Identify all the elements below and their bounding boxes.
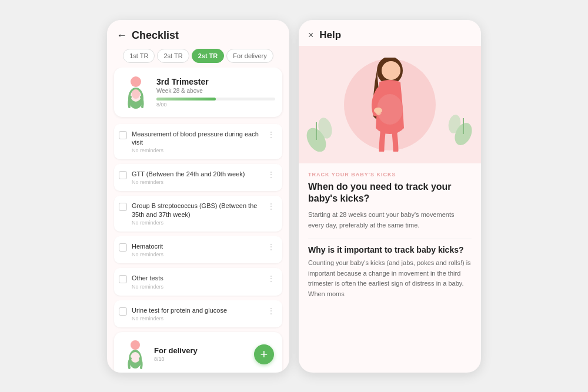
- tab-2nd-trimester[interactable]: 2st TR: [157, 49, 189, 63]
- trimester-card: 3rd Trimester Week 28 & above 8/00: [114, 68, 282, 117]
- checklist-text-2: GTT (Between the 24th and 20th week) No …: [132, 170, 261, 185]
- checklist-title-3: Group B streptococcus (GBS) (Between the…: [132, 202, 261, 219]
- add-delivery-button[interactable]: +: [254, 344, 274, 364]
- checklist-reminder-6: No reminders: [132, 316, 261, 321]
- checklist-menu-2[interactable]: ⋮: [266, 170, 276, 179]
- checklist-title-4: Hematocrit: [132, 242, 261, 250]
- svg-point-4: [131, 340, 140, 350]
- help-subheading: Why is it important to track baby kicks?: [308, 245, 472, 254]
- help-sub-body: Counting your baby's kicks (and jabs, po…: [308, 258, 472, 299]
- svg-point-0: [131, 76, 141, 87]
- help-title: Help: [319, 29, 341, 41]
- svg-point-12: [382, 61, 400, 80]
- checklist-reminder-2: No reminders: [132, 179, 261, 185]
- checklist-reminder-4: No reminders: [132, 252, 261, 257]
- checklist-reminder-3: No reminders: [132, 220, 261, 226]
- tab-1st-trimester[interactable]: 1st TR: [123, 49, 155, 63]
- close-button[interactable]: ×: [308, 30, 313, 41]
- trimester-subtitle: Week 28 & above: [156, 88, 275, 94]
- checklist-text-3: Group B streptococcus (GBS) (Between the…: [132, 202, 261, 226]
- help-header: × Help: [299, 20, 481, 46]
- checklist-text-1: Measurement of blood pressure during eac…: [132, 130, 261, 154]
- progress-bar-bg: [156, 98, 275, 100]
- checklist-title: Checklist: [132, 29, 179, 42]
- trimester-avatar-icon: [121, 75, 151, 110]
- checklist-item-2: GTT (Between the 24th and 20th week) No …: [114, 164, 282, 191]
- checklist-title-1: Measurement of blood pressure during eac…: [132, 130, 261, 147]
- help-screen: × Help: [299, 20, 481, 373]
- checklist-screen: ← Checklist 1st TR 2st TR 2st TR For del…: [107, 20, 289, 373]
- svg-point-14: [374, 108, 382, 113]
- checklist-menu-3[interactable]: ⋮: [266, 202, 276, 211]
- checklist-item-6: Urine test for protein and glucose No re…: [114, 300, 282, 327]
- divider: [308, 239, 472, 239]
- left-scroll-content: 3rd Trimester Week 28 & above 8/00 Measu…: [107, 68, 289, 373]
- checklist-reminder-1: No reminders: [132, 148, 261, 153]
- delivery-subtitle: 8/10: [154, 356, 248, 362]
- checklist-text-5: Other tests No reminders: [132, 274, 261, 289]
- help-text-content: TRACK YOUR BABY'S KICKS When do you need…: [299, 163, 481, 308]
- checkbox-6[interactable]: [119, 307, 127, 316]
- svg-point-3: [132, 89, 140, 99]
- checkbox-1[interactable]: [119, 131, 127, 139]
- tab-for-delivery[interactable]: For delivery: [226, 49, 273, 63]
- checklist-menu-4[interactable]: ⋮: [266, 242, 276, 252]
- illustration-area: [299, 46, 481, 163]
- leaf-right-icon: [443, 108, 475, 146]
- tab-3rd-trimester[interactable]: 2st TR: [192, 49, 225, 63]
- delivery-card: For delivery 8/10 +: [114, 332, 282, 373]
- checkbox-4[interactable]: [119, 243, 127, 252]
- left-header: ← Checklist: [107, 20, 289, 46]
- checklist-menu-5[interactable]: ⋮: [266, 274, 276, 283]
- checklist-item-3: Group B streptococcus (GBS) (Between the…: [114, 196, 282, 232]
- delivery-info: For delivery 8/10: [154, 346, 248, 362]
- trimester-tabs: 1st TR 2st TR 2st TR For delivery: [107, 46, 289, 68]
- checklist-title-2: GTT (Between the 24th and 20th week): [132, 170, 261, 178]
- checklist-item-4: Hematocrit No reminders ⋮: [114, 236, 282, 263]
- help-main-body: Starting at 28 weeks count your baby's m…: [308, 210, 472, 230]
- delivery-avatar-icon: [122, 339, 148, 370]
- checklist-title-5: Other tests: [132, 274, 261, 282]
- progress-bar-fill: [156, 98, 216, 100]
- checkbox-2[interactable]: [119, 171, 127, 179]
- back-button[interactable]: ←: [116, 29, 127, 42]
- svg-point-6: [131, 352, 140, 363]
- help-tag: TRACK YOUR BABY'S KICKS: [308, 172, 472, 177]
- progress-label: 8/00: [156, 102, 275, 108]
- checklist-item-5: Other tests No reminders ⋮: [114, 268, 282, 295]
- checklist-text-6: Urine test for protein and glucose No re…: [132, 306, 261, 321]
- trimester-info: 3rd Trimester Week 28 & above 8/00: [156, 77, 275, 108]
- checklist-title-6: Urine test for protein and glucose: [132, 306, 261, 314]
- illustration-circle: [343, 58, 437, 152]
- help-scroll-content: TRACK YOUR BABY'S KICKS When do you need…: [299, 46, 481, 373]
- checklist-text-4: Hematocrit No reminders: [132, 242, 261, 257]
- delivery-title: For delivery: [154, 346, 248, 355]
- checklist-item-1: Measurement of blood pressure during eac…: [114, 124, 282, 160]
- screens-container: ← Checklist 1st TR 2st TR 2st TR For del…: [0, 0, 588, 392]
- trimester-title: 3rd Trimester: [156, 77, 275, 86]
- checklist-reminder-5: No reminders: [132, 284, 261, 290]
- checklist-menu-6[interactable]: ⋮: [266, 306, 276, 316]
- checkbox-5[interactable]: [119, 275, 127, 283]
- leaf-left-icon: [305, 110, 340, 152]
- checkbox-3[interactable]: [119, 203, 127, 211]
- pregnant-woman-icon: [360, 58, 419, 152]
- checklist-menu-1[interactable]: ⋮: [266, 130, 276, 139]
- help-main-heading: When do you need to track your baby's ki…: [308, 181, 472, 206]
